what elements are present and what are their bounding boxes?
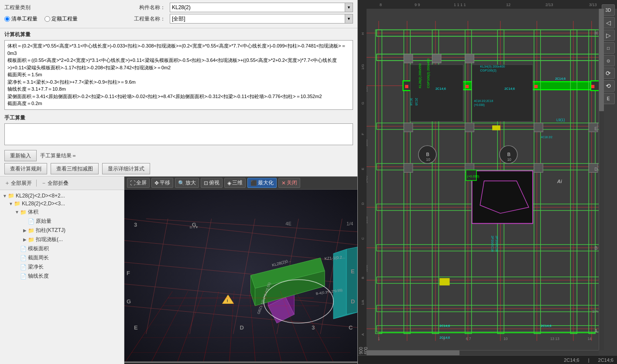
svg-line-4 [146,219,168,334]
zoom-button[interactable]: 🔍 放大 [175,178,199,188]
expand-icon-10 [14,274,20,279]
svg-text:1 1 1 1: 1 1 1 1 [454,3,466,7]
circle-b2-label: B [507,152,510,157]
tree-node-6[interactable]: ▶ 📁 扣现浇板(... [0,235,124,244]
component-name-select[interactable]: KL28(2) ▼ [170,3,353,12]
manual-input[interactable] [4,123,353,145]
axis-e-right: E [594,126,597,131]
tree-node-9[interactable]: 📄 梁净长 [0,262,124,272]
tree-node-4[interactable]: 📄 原始量 [0,217,124,226]
v-scrollbar[interactable] [599,9,604,350]
project-name-dropdown[interactable]: ▼ [345,14,353,23]
project-name-value: [全部] [170,15,345,23]
file-icon-7: 📄 [20,246,27,252]
view-calc-rules-button[interactable]: 查看计算规则 [4,163,47,174]
radio-qingdan-label: 清单工程量 [11,15,38,23]
svg-rect-20 [358,0,617,9]
label-c-bottom: C [349,324,353,331]
formula-box[interactable]: 体积＝(0.2<宽度>*0.55<高度>*3.1<中心线长度>)-0.033<扣… [4,40,353,110]
formula-text: 体积＝(0.2<宽度>*0.55<高度>*3.1<中心线长度>)-0.033<扣… [7,43,346,106]
fullscreen-button[interactable]: ⛶ 全屏 [127,178,150,188]
left-panel: 工程量类别 构件名称： KL28(2) ▼ 清单工程量 定额工程量 [0,0,358,364]
label-d-right: D [351,298,355,305]
close-3d-button[interactable]: ✕ 关闭 [278,178,300,188]
topview-button[interactable]: ⊡ 俯视 [201,178,223,188]
ruler-horizontal: 8 9 9 1 1 1 1 12 2/13 3/13 14 1/14 [358,0,617,9]
beam-v6 [534,30,541,333]
kl28-beam-label: KL28(2) 200x550 [418,63,422,88]
radio-group: 清单工程量 定额工程量 [4,15,78,23]
3d-resize-handle[interactable] [124,361,357,363]
radio-dinge-label: 定额工程量 [51,15,78,23]
tree-node-1[interactable]: ▼ 📁 KL28(2)<2,D><8+2... [0,192,124,200]
v-num-250: 250 [367,86,368,92]
room-2 [472,65,533,121]
expand-icon-5: ▶ [22,228,28,233]
file-icon-9: 📄 [20,264,27,270]
axis-aa-right: A [594,329,598,333]
ruler-vertical: H 1/G G F E D C B 1/A A [358,0,367,364]
axis-a-right: 1/A [592,309,599,313]
axis-d-right: D [594,167,597,172]
red-mark-1 [405,85,408,88]
view-3d-deduction-button[interactable]: 查看三维扣减图 [51,163,99,174]
collapse-all-label: 全部折叠 [48,180,69,187]
expand-all-button[interactable]: ＋ 全部展开 [3,178,34,188]
project-type-label: 工程量类别 [4,4,31,11]
svg-text:F: F [361,133,365,135]
reinput-button[interactable]: 重新输入 [4,150,37,161]
form-row-type: 工程量类别 构件名称： KL28(2) ▼ [4,3,353,12]
tree-node-7[interactable]: 📄 模板面积 [0,244,124,253]
fullscreen-icon: ⛶ [130,180,135,186]
v-scroll-thumb[interactable] [599,9,604,111]
label-d-bottom: D [240,324,244,331]
tree-node-8[interactable]: 📄 截面周长 [0,253,124,262]
col-r1c3 [465,54,474,63]
kl34-vert2: 2C16 [415,98,418,105]
v-num-2050: 2050 [367,216,368,224]
tree-node-3[interactable]: ▼ 📁 体积 [0,208,124,217]
view-3d-canvas[interactable]: 3 G B-4▼ 4E 1/4 F E G D E D 3 [124,190,357,363]
project-name-select[interactable]: [全部] ▼ [170,14,353,24]
svg-line-5 [190,219,212,334]
ruler-h-svg: 8 9 9 1 1 1 1 12 2/13 3/13 14 1/14 [358,0,617,9]
component-name-dropdown[interactable]: ▼ [345,3,353,12]
radio-qingdan[interactable]: 清单工程量 [4,15,38,23]
red-mark-4 [591,85,594,88]
plus-icon: ＋ [4,179,10,187]
project-name-label: 工程量名称： [134,15,165,23]
collapse-all-button[interactable]: － 全部折叠 [39,178,70,188]
h-scroll-thumb[interactable] [367,350,459,355]
4c18-text: 4C18 2/2 [541,136,553,139]
stair-text: (+0.030) [467,174,479,178]
svg-text:2/13: 2/13 [545,3,553,7]
threed-button[interactable]: ◈ 三维 [224,178,246,188]
beam-v7 [570,30,577,333]
tree-node-10[interactable]: 📄 轴线长度 [0,272,124,281]
folder-icon-5: 📁 [28,228,34,234]
v-num-1800: 1800 [367,139,368,146]
maximize-button[interactable]: ⬛ 最大化 [247,178,277,188]
h-scrollbar[interactable] [367,350,599,355]
circle-b1-label: B [426,152,429,157]
svg-text:E: E [361,168,365,170]
component-name-value: KL28(2) [170,4,345,10]
col-e3 [534,163,543,172]
reinput-row: 重新输入 手工算量结果＝ [0,148,357,163]
component-name-label: 构件名称： [139,4,165,11]
folder-icon-6: 📁 [28,237,34,243]
svg-line-2 [124,284,357,306]
dim-2c14-3: 2C14;6 [555,77,566,81]
ai-label: Ai [557,179,562,184]
pan-button[interactable]: ✥ 平移 [151,178,173,188]
cad-canvas[interactable]: B 10 B 10 KL34(3) 200x400 CGP100(2) 2C14… [367,9,602,353]
form-area: 工程量类别 构件名称： KL28(2) ▼ 清单工程量 定额工程量 [0,0,357,28]
radio-dinge-input[interactable] [45,16,50,22]
p20-text: 2P20/2C16 [490,235,494,252]
tree-node-5[interactable]: ▶ 📁 扣柱(KTZTJ) [0,226,124,235]
expand-icon-2: ▼ [8,201,14,206]
radio-dinge[interactable]: 定额工程量 [45,15,78,23]
tree-node-2[interactable]: ▼ 📁 KL28(2)<2,D><3... [0,200,124,208]
radio-qingdan-input[interactable] [4,16,10,22]
show-detail-button[interactable]: 显示详细计算式 [102,163,150,174]
